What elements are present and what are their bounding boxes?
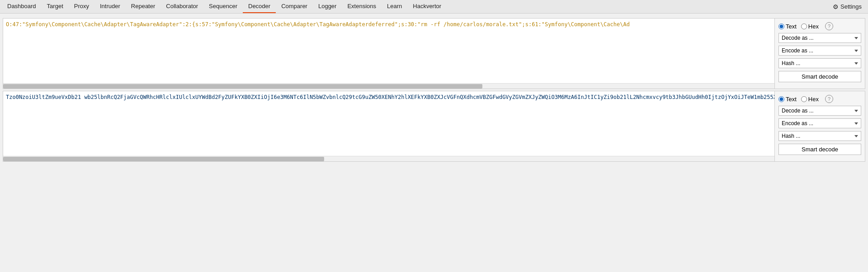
text-radio-text-2: Text [786,96,797,103]
radio-group-1: Text Hex ? [778,22,861,30]
text-radio-text-1: Text [786,23,797,30]
decode-dropdown-2[interactable]: Decode as ... [778,106,861,116]
scrollbar-thumb-2[interactable] [3,157,324,161]
settings-icon: ⚙ [833,3,839,10]
main-content: Text Hex ? Decode as ... Encode as ... H… [0,14,868,162]
decoder-panel-1: Text Hex ? Decode as ... Encode as ... H… [3,18,865,89]
nav-item-repeater[interactable]: Repeater [126,0,160,13]
nav-item-decoder[interactable]: Decoder [243,0,276,13]
decoder-textarea-wrapper-1 [3,19,774,89]
nav-item-learn[interactable]: Learn [382,0,407,13]
scrollbar-h-2[interactable] [3,156,774,161]
radio-group-2: Text Hex ? [778,95,861,103]
decoder-input-2[interactable] [3,91,774,155]
nav-item-logger[interactable]: Logger [313,0,342,13]
hex-radio-label-2[interactable]: Hex [801,96,819,103]
hex-radio-1[interactable] [801,23,807,29]
nav-item-dashboard[interactable]: Dashboard [2,0,42,13]
hex-radio-label-1[interactable]: Hex [801,23,819,30]
hash-dropdown-1[interactable]: Hash ... [778,58,861,68]
smart-decode-button-2[interactable]: Smart decode [778,144,861,155]
nav-item-hackvertor[interactable]: Hackvertor [407,0,447,13]
decoder-controls-2: Text Hex ? Decode as ... Encode as ... H… [774,91,865,161]
hex-radio-text-1: Hex [808,23,819,30]
settings-label: Settings [840,3,862,10]
nav-item-extensions[interactable]: Extensions [342,0,382,13]
decoder-controls-1: Text Hex ? Decode as ... Encode as ... H… [774,19,865,89]
help-icon-1[interactable]: ? [825,22,833,30]
hex-radio-text-2: Hex [808,96,819,103]
decoder-panel-2: Text Hex ? Decode as ... Encode as ... H… [3,91,865,162]
scrollbar-h-1[interactable] [3,83,774,89]
scrollbar-thumb-1[interactable] [3,84,482,89]
nav-item-sequencer[interactable]: Sequencer [203,0,243,13]
text-radio-label-2[interactable]: Text [778,96,797,103]
nav-bar: Dashboard Target Proxy Intruder Repeater… [0,0,868,14]
decoder-input-1[interactable] [3,19,774,82]
encode-dropdown-1[interactable]: Encode as ... [778,46,861,56]
hash-dropdown-2[interactable]: Hash ... [778,131,861,141]
nav-item-comparer[interactable]: Comparer [276,0,313,13]
decode-dropdown-1[interactable]: Decode as ... [778,33,861,43]
hex-radio-2[interactable] [801,96,807,102]
text-radio-1[interactable] [778,23,784,29]
smart-decode-button-1[interactable]: Smart decode [778,71,861,82]
nav-item-target[interactable]: Target [42,0,69,13]
nav-item-proxy[interactable]: Proxy [69,0,94,13]
text-radio-2[interactable] [778,96,784,102]
nav-item-collaborator[interactable]: Collaborator [160,0,203,13]
encode-dropdown-2[interactable]: Encode as ... [778,118,861,128]
settings-button[interactable]: ⚙ Settings [828,1,866,12]
decoder-textarea-wrapper-2 [3,91,774,161]
text-radio-label-1[interactable]: Text [778,23,797,30]
help-icon-2[interactable]: ? [825,95,833,103]
nav-item-intruder[interactable]: Intruder [94,0,126,13]
